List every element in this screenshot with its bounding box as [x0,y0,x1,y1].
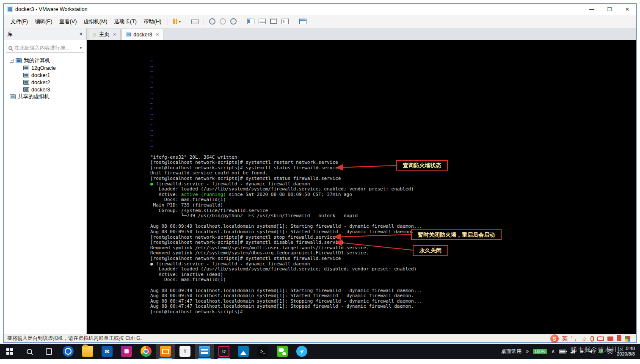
tree-item-docker3[interactable]: docker3 [4,86,86,93]
library-search: ▾ [6,43,84,53]
taskbar-file-explorer[interactable] [78,344,97,359]
volume-icon[interactable]: ◄) [588,348,595,354]
tree-item-docker2[interactable]: docker2 [4,79,86,86]
close-button[interactable]: ✕ [618,4,636,15]
snapshot-revert-button[interactable] [218,17,228,26]
tab-home-close-icon[interactable]: ✕ [113,32,116,37]
unity-mode-icon [281,19,289,24]
tree-item-label: docker3 [31,87,50,93]
search-input[interactable] [14,45,77,51]
sogou-items: 英’，☺ [562,335,630,342]
taskbar-purple-app[interactable] [117,344,136,359]
search-icon [8,46,12,50]
pause-icon [173,19,177,24]
taskbar-mail-app[interactable]: ✉ [97,344,117,359]
snapshot-take-button[interactable] [207,17,218,26]
clock-date: 2020/8/8 [617,351,635,357]
sogou-lang[interactable]: 英 [562,335,568,342]
globe-icon[interactable]: ⊕ [579,348,584,354]
sogou-mic-icon[interactable] [590,336,594,342]
sogou-punct[interactable]: ’， [571,335,578,342]
taskbar-vmware-workstation[interactable] [195,344,214,359]
caret-down-icon[interactable]: ▾ [179,19,181,24]
clock-app-icon [63,346,74,357]
menu-tab[interactable]: 选项卡(T) [111,15,140,28]
taskbar-wechat[interactable] [273,344,292,359]
taskbar-clock[interactable]: 0:48 2020/8/8 [617,346,635,357]
tab-home-label: 主页 [99,31,110,38]
menu-file[interactable]: 文件(F) [7,15,31,28]
paper-plane-app-icon: ➤ [294,344,309,359]
tab-docker3-close-icon[interactable]: ✕ [156,32,159,37]
tree-item-12gOracle[interactable]: 12gOracle [4,64,86,72]
thumbnail-bar-toggle-button[interactable] [257,17,268,25]
network-icon[interactable] [571,349,575,353]
tab-docker3[interactable]: docker3 ✕ [121,29,163,40]
wechat-tray-icon[interactable] [599,349,603,353]
taskbar-photos[interactable] [234,344,253,359]
taskbar-search-button[interactable] [19,344,39,359]
task-view-icon [46,348,52,355]
photos-icon [238,346,249,357]
vm-icon [23,87,29,92]
menu-vm[interactable]: 虚拟机(M) [80,15,110,28]
battery-icon[interactable] [559,350,566,353]
sogou-keyboard-icon[interactable] [597,336,604,341]
library-toggle-button[interactable] [245,17,257,25]
sogou-toolbox-icon[interactable] [607,336,613,341]
sogou-trash-icon[interactable] [617,336,621,341]
vm-console[interactable]: ~~~~~~~~~~~~~~~~~ "ifcfg-ens32" 20L, 364… [87,40,636,334]
taskbar-chrome[interactable] [136,344,156,359]
chevron-right-icon[interactable]: » [526,348,529,354]
clock-time: 0:48 [617,346,635,351]
snapshot-manager-button[interactable] [228,17,239,26]
pause-button[interactable]: ▾ [171,17,183,25]
start-button[interactable] [0,344,19,359]
console-tilde-line: ~ [150,118,422,123]
purple-app-icon [121,346,132,357]
search-dropdown-icon[interactable]: ▾ [80,46,82,50]
console-view-button[interactable] [297,17,309,25]
menu-help[interactable]: 帮助(H) [140,15,165,28]
tree-item-shared-vms[interactable]: 共享的虚拟机 [4,93,86,100]
tabbar: ⌂ 主页 ✕ docker3 ✕ [87,28,636,40]
taskbar-orange-app[interactable] [156,344,175,359]
vm-icon [23,66,29,70]
desktop-common-label[interactable]: 桌面常用 [501,348,521,355]
maximize-button[interactable]: ❐ [601,4,618,15]
ime-indicator[interactable]: 英 [607,348,612,355]
search-icon [27,349,32,354]
task-view-button[interactable] [39,344,58,359]
taskbar-clock-app[interactable] [58,344,78,359]
console-tilde-line: ~ [150,80,422,85]
toolbar-separator [294,18,294,25]
sogou-emoji[interactable]: ☺ [582,336,587,342]
file-explorer-icon [82,346,93,357]
sogou-logo-icon[interactable]: S [550,334,559,343]
fullscreen-icon [270,19,277,24]
toolbar-separator [242,18,242,25]
fullscreen-button[interactable] [268,17,279,25]
menu-edit[interactable]: 编辑(E) [31,15,56,28]
library-close-button[interactable]: ✕ [79,31,83,37]
taskbar-intellij[interactable]: IJ [214,344,234,359]
annotation-box: 暂时关闭防火墙，重启后会启动 [411,229,502,240]
taskbar-text-editor[interactable]: T [175,344,195,359]
taskbar-terminal[interactable]: >_ [253,344,273,359]
minimize-button[interactable]: — [583,4,601,15]
unity-button[interactable] [279,17,291,25]
tab-home[interactable]: ⌂ 主页 ✕ [89,29,121,40]
menu-view[interactable]: 查看(V) [56,15,80,28]
tree-item-docker1[interactable]: docker1 [4,72,86,79]
console-tilde-line: ~ [150,85,422,91]
taskbar-paper-plane-app[interactable]: ➤ [292,344,312,359]
console-tilde-line: ~ [150,102,422,107]
console-tilde-line: ~ [150,64,422,70]
tree-item-my-computer[interactable]: −我的计算机 [4,57,86,64]
battery-percent-badge[interactable]: 100% [533,349,547,354]
console-tilde-line: ~ [150,128,422,134]
chevron-up-icon[interactable]: ∧ [551,348,555,354]
expander-icon[interactable]: − [10,59,14,63]
ctrl-alt-del-button[interactable] [189,18,201,25]
sogou-grid-icon[interactable] [625,336,630,342]
